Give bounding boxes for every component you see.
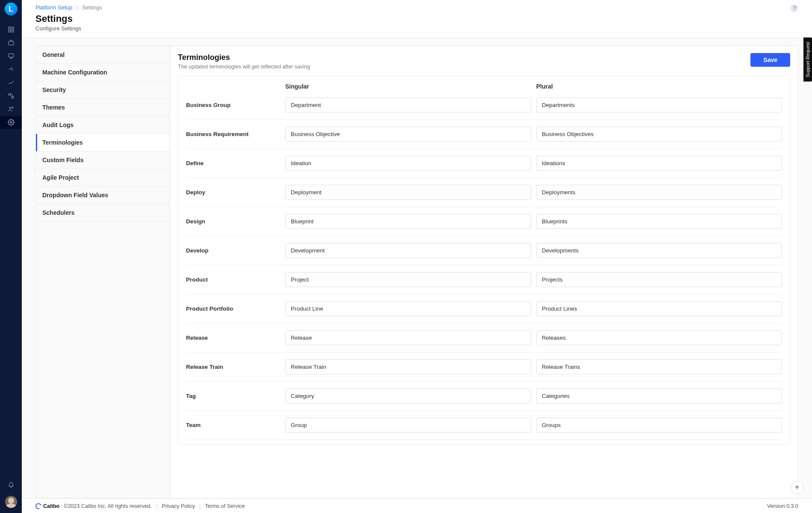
settings-nav-item[interactable]: Dropdown Field Values	[36, 187, 170, 204]
settings-nav: GeneralMachine ConfigurationSecurityThem…	[35, 46, 170, 498]
svg-point-8	[9, 107, 11, 109]
left-nav-rail: L	[0, 0, 22, 513]
svg-rect-2	[9, 30, 11, 32]
term-label: Define	[186, 160, 280, 166]
term-label: Release	[186, 335, 280, 341]
footer-brand-logo: Calibo	[35, 503, 59, 509]
term-plural-input[interactable]	[536, 272, 782, 287]
settings-nav-item[interactable]: Audit Logs	[36, 116, 170, 134]
term-singular-input[interactable]	[285, 388, 531, 403]
briefcase-icon	[8, 39, 15, 46]
term-plural-input[interactable]	[536, 359, 782, 374]
settings-nav-item[interactable]: General	[36, 46, 170, 64]
term-singular-input[interactable]	[285, 214, 531, 229]
settings-nav-item[interactable]: Themes	[36, 99, 170, 116]
rail-item-analytics[interactable]	[0, 76, 22, 89]
svg-rect-5	[9, 54, 14, 57]
breadcrumb: Platform Setup / Settings	[35, 4, 102, 11]
term-label: Deploy	[186, 189, 280, 196]
save-button[interactable]: Save	[750, 53, 790, 67]
settings-nav-item[interactable]: Custom Fields	[36, 151, 170, 169]
term-plural-input[interactable]	[536, 418, 782, 433]
term-plural-input[interactable]	[536, 243, 782, 258]
term-plural-input[interactable]	[536, 98, 782, 113]
term-label: Product Portfolio	[186, 305, 280, 312]
footer-version: Version 0.3.0	[767, 503, 798, 509]
flow-icon	[8, 66, 15, 73]
col-singular-header: Singular	[285, 83, 531, 92]
svg-rect-1	[12, 27, 14, 29]
term-plural-input[interactable]	[536, 214, 782, 229]
col-plural-header: Plural	[536, 83, 782, 92]
term-singular-input[interactable]	[285, 330, 531, 345]
term-plural-input[interactable]	[536, 185, 782, 200]
term-label: Tag	[186, 393, 280, 399]
settings-nav-item[interactable]: Agile Project	[36, 169, 170, 187]
term-singular-input[interactable]	[285, 243, 531, 258]
term-singular-input[interactable]	[285, 301, 531, 316]
rail-item-flow[interactable]	[0, 63, 22, 76]
term-singular-input[interactable]	[285, 156, 531, 171]
page-header: Platform Setup / Settings Settings Confi…	[22, 0, 812, 38]
arrow-up-icon	[794, 485, 800, 491]
rail-item-notifications[interactable]	[0, 478, 22, 491]
analytics-icon	[8, 79, 15, 86]
footer-privacy-link[interactable]: Privacy Policy	[162, 503, 195, 509]
rail-item-users[interactable]	[0, 103, 22, 116]
term-singular-input[interactable]	[285, 185, 531, 200]
term-label: Product	[186, 276, 280, 283]
panel-subtitle: The updated terminologies will get refle…	[178, 64, 310, 70]
breadcrumb-current: Settings	[82, 4, 102, 11]
grid-icon	[8, 26, 15, 33]
svg-rect-7	[12, 96, 13, 98]
rail-item-pipeline[interactable]	[0, 89, 22, 102]
settings-nav-item[interactable]: Terminologies	[36, 134, 170, 151]
panel-title: Terminologies	[178, 53, 310, 62]
term-label: Develop	[186, 247, 280, 254]
term-label: Release Train	[186, 364, 280, 370]
help-icon[interactable]: ?	[791, 4, 798, 12]
footer-copyright: ©2023 Calibo Inc. All rights reserved.	[64, 503, 152, 509]
scroll-to-top-button[interactable]	[791, 481, 803, 494]
term-singular-input[interactable]	[285, 359, 531, 374]
gear-icon	[8, 119, 15, 126]
rail-item-settings[interactable]	[0, 116, 22, 129]
term-label: Design	[186, 218, 280, 225]
svg-rect-4	[9, 42, 14, 45]
settings-panel: Terminologies The updated terminologies …	[170, 46, 798, 498]
term-singular-input[interactable]	[285, 272, 531, 287]
users-icon	[8, 106, 15, 113]
term-plural-input[interactable]	[536, 388, 782, 403]
breadcrumb-root[interactable]: Platform Setup	[35, 4, 72, 11]
svg-rect-0	[9, 27, 11, 29]
support-request-tab[interactable]: Support Request	[803, 38, 812, 82]
svg-rect-3	[12, 30, 14, 32]
rail-item-briefcase[interactable]	[0, 36, 22, 49]
settings-nav-item[interactable]: Security	[36, 81, 170, 99]
svg-rect-6	[9, 94, 10, 95]
monitor-icon	[8, 53, 15, 59]
term-label: Business Requirement	[186, 131, 280, 137]
settings-nav-item[interactable]: Machine Configuration	[36, 64, 170, 81]
rail-item-dashboard[interactable]	[0, 23, 22, 36]
term-label: Business Group	[186, 102, 280, 108]
term-plural-input[interactable]	[536, 127, 782, 142]
term-plural-input[interactable]	[536, 301, 782, 316]
bell-icon	[8, 481, 15, 488]
term-singular-input[interactable]	[285, 418, 531, 433]
footer: Calibo ©2023 Calibo Inc. All rights rese…	[22, 498, 812, 513]
user-avatar[interactable]	[5, 496, 17, 508]
footer-terms-link[interactable]: Terms of Service	[205, 503, 245, 509]
app-logo[interactable]: L	[5, 3, 18, 15]
rail-item-monitor[interactable]	[0, 50, 22, 62]
page-title: Settings	[35, 13, 102, 24]
settings-nav-item[interactable]: Schedulers	[36, 204, 170, 222]
term-plural-input[interactable]	[536, 156, 782, 171]
svg-point-10	[10, 122, 12, 123]
term-plural-input[interactable]	[536, 330, 782, 345]
term-singular-input[interactable]	[285, 127, 531, 142]
term-singular-input[interactable]	[285, 98, 531, 113]
term-label: Team	[186, 422, 280, 428]
pipeline-icon	[8, 92, 15, 99]
svg-point-9	[12, 107, 13, 108]
